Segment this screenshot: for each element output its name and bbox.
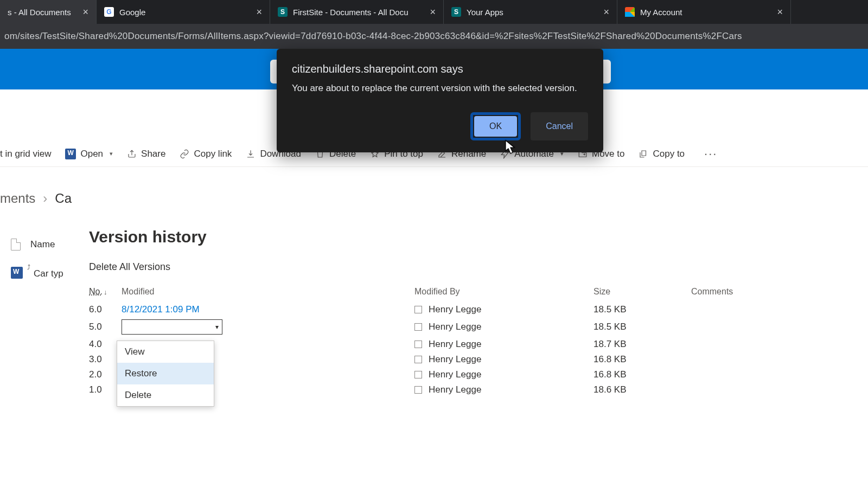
file-size: 16.8 KB xyxy=(593,354,691,365)
checkbox-icon[interactable] xyxy=(414,371,422,378)
col-no[interactable]: No.↓ xyxy=(89,287,122,297)
word-icon xyxy=(65,149,76,159)
checkbox-icon[interactable] xyxy=(414,306,422,313)
close-icon[interactable]: × xyxy=(430,7,436,18)
modified-by: Henry Legge xyxy=(414,369,593,380)
google-icon: G xyxy=(104,7,114,17)
edit-grid-view-button[interactable]: t in grid view xyxy=(0,149,51,159)
tab-all-documents[interactable]: s - All Documents × xyxy=(0,0,97,24)
modified-date-dropdown[interactable] xyxy=(122,319,414,335)
cmd-label: t in grid view xyxy=(0,149,51,159)
modified-date[interactable]: 8/12/2021 1:09 PM xyxy=(122,304,414,315)
tab-my-account[interactable]: My Account × xyxy=(617,0,791,24)
close-icon[interactable]: × xyxy=(256,7,262,18)
menu-item-restore[interactable]: Restore xyxy=(117,363,214,384)
checkbox-icon[interactable] xyxy=(414,356,422,363)
breadcrumb-parent[interactable]: ments xyxy=(0,191,35,206)
sharepoint-icon: S xyxy=(278,7,288,17)
microsoft-icon xyxy=(625,7,635,17)
breadcrumb: ments › Ca xyxy=(0,167,868,206)
name-column-header[interactable]: Name xyxy=(30,239,55,250)
file-size: 18.5 KB xyxy=(593,304,691,315)
close-icon[interactable]: × xyxy=(603,7,609,18)
file-type-icon xyxy=(11,239,21,251)
menu-item-delete[interactable]: Delete xyxy=(117,384,214,406)
share-icon xyxy=(127,149,137,159)
file-size: 18.6 KB xyxy=(593,384,691,395)
checkbox-icon[interactable] xyxy=(414,386,422,394)
confirm-dialog: citizenbuilders.sharepoint.com says You … xyxy=(277,49,603,152)
checkbox-icon[interactable] xyxy=(414,341,422,348)
ok-button-highlight: OK xyxy=(470,112,521,140)
copy-link-button[interactable]: Copy link xyxy=(180,149,232,159)
version-no: 6.0 xyxy=(89,304,122,315)
menu-item-view[interactable]: View xyxy=(117,341,214,363)
table-row[interactable]: 6.0 8/12/2021 1:09 PM Henry Legge 18.5 K… xyxy=(89,302,868,317)
col-modified-by[interactable]: Modified By xyxy=(414,287,593,297)
list-item[interactable]: ⤴Car typ xyxy=(0,264,76,282)
tab-firstsite[interactable]: S FirstSite - Documents - All Docu × xyxy=(270,0,444,24)
address-bar[interactable]: om/sites/TestSite/Shared%20Documents/For… xyxy=(0,24,868,49)
url-text: om/sites/TestSite/Shared%20Documents/For… xyxy=(4,31,742,42)
file-size: 18.7 KB xyxy=(593,339,691,350)
copy-to-button[interactable]: Copy to xyxy=(639,149,685,159)
tab-title: Google xyxy=(119,8,145,17)
tab-title: s - All Documents xyxy=(8,8,71,17)
delete-all-versions-link[interactable]: Delete All Versions xyxy=(89,261,170,273)
checkbox-icon[interactable] xyxy=(414,323,422,331)
modified-by: Henry Legge xyxy=(414,339,593,350)
share-button[interactable]: Share xyxy=(127,149,165,159)
cmd-label: Copy link xyxy=(194,149,232,159)
file-size: 18.5 KB xyxy=(593,322,691,332)
file-size: 16.8 KB xyxy=(593,369,691,380)
tab-title: Your Apps xyxy=(467,8,503,17)
open-button[interactable]: Open xyxy=(65,149,113,159)
breadcrumb-current: Ca xyxy=(55,191,72,206)
cmd-label: Copy to xyxy=(653,149,685,159)
col-size[interactable]: Size xyxy=(593,287,691,297)
modified-by: Henry Legge xyxy=(414,322,593,332)
link-icon xyxy=(180,149,189,159)
tab-title: My Account xyxy=(640,8,682,17)
tab-google[interactable]: G Google × xyxy=(97,0,270,24)
chevron-right-icon: › xyxy=(43,191,47,206)
modified-by: Henry Legge xyxy=(414,354,593,365)
dialog-message: You are about to replace the current ver… xyxy=(292,83,588,94)
list-header: Name xyxy=(0,233,76,264)
col-modified[interactable]: Modified xyxy=(122,287,414,297)
tab-your-apps[interactable]: S Your Apps × xyxy=(444,0,617,24)
cancel-button[interactable]: Cancel xyxy=(531,112,588,140)
word-document-icon xyxy=(11,267,23,279)
more-actions-button[interactable]: ··· xyxy=(704,147,717,161)
panel-title: Version history xyxy=(89,228,868,246)
table-header-row: No.↓ Modified Modified By Size Comments xyxy=(89,285,868,302)
dialog-domain-text: citizenbuilders.sharepoint.com says xyxy=(292,63,588,75)
tab-title: FirstSite - Documents - All Docu xyxy=(293,8,409,17)
cmd-label: Share xyxy=(141,149,165,159)
version-no: 5.0 xyxy=(89,322,122,332)
document-name: ⤴Car typ xyxy=(30,267,63,279)
close-icon[interactable]: × xyxy=(82,7,88,18)
copy-icon xyxy=(639,149,648,159)
table-row[interactable]: 5.0 Henry Legge 18.5 KB xyxy=(89,317,868,337)
browser-tab-strip: s - All Documents × G Google × S FirstSi… xyxy=(0,0,868,24)
col-comments[interactable]: Comments xyxy=(691,287,868,297)
modified-by: Henry Legge xyxy=(414,384,593,395)
modified-by: Henry Legge xyxy=(414,304,593,315)
document-list-peek: Name ⤴Car typ xyxy=(0,233,76,282)
cmd-label: Open xyxy=(80,149,103,159)
sharepoint-icon: S xyxy=(451,7,461,17)
download-icon xyxy=(246,149,256,159)
version-context-menu: View Restore Delete xyxy=(117,341,214,407)
close-icon[interactable]: × xyxy=(777,7,783,18)
ok-button[interactable]: OK xyxy=(474,116,517,137)
